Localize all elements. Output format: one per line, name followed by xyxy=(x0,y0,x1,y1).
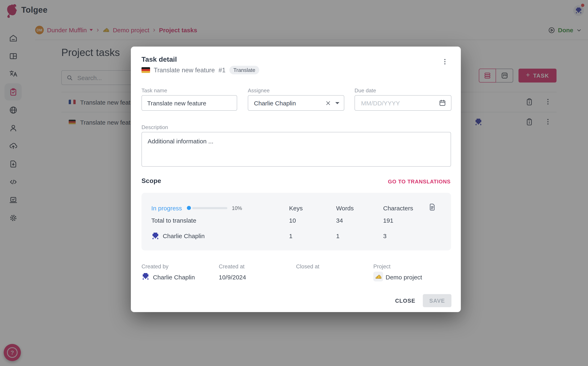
go-to-translations-link[interactable]: GO TO TRANSLATIONS xyxy=(388,178,451,185)
project-label: Project xyxy=(373,263,391,270)
report-document-icon[interactable] xyxy=(428,203,437,212)
task-type-chip: Translate xyxy=(229,66,259,74)
task-detail-modal: Task detail Translate new feature #1 Tra… xyxy=(131,46,461,312)
clear-assignee-icon[interactable] xyxy=(325,99,332,107)
task-name-input[interactable] xyxy=(141,95,237,111)
scope-user-words: 1 xyxy=(336,232,340,239)
due-date-label: Due date xyxy=(354,87,376,93)
due-date-input[interactable] xyxy=(360,99,427,107)
description-textarea[interactable]: Additional information ... xyxy=(141,132,451,167)
column-header-keys: Keys xyxy=(289,205,303,212)
created-by-label: Created by xyxy=(141,263,168,270)
progress-percent: 10% xyxy=(232,206,242,211)
task-number: #1 xyxy=(219,66,226,74)
assignee-value: Charlie Chaplin xyxy=(254,99,325,107)
description-label: Description xyxy=(141,124,168,130)
progress-fill xyxy=(187,206,191,210)
project-value[interactable]: Demo project xyxy=(386,274,422,281)
scope-heading: Scope xyxy=(141,177,161,185)
scope-row-label: Total to translate xyxy=(151,217,196,224)
calendar-icon[interactable] xyxy=(438,99,447,107)
scope-user-keys: 1 xyxy=(289,232,293,239)
assignee-select[interactable]: Charlie Chaplin xyxy=(248,95,344,111)
creator-avatar xyxy=(141,273,150,281)
due-date-field xyxy=(354,95,451,111)
scope-total-characters: 191 xyxy=(383,217,393,224)
task-name-summary: Translate new feature xyxy=(154,66,215,74)
scope-row-label: Charlie Chaplin xyxy=(163,232,205,239)
flag-germany-icon xyxy=(141,67,150,73)
task-summary: Translate new feature #1 Translate xyxy=(141,66,259,74)
created-at-value: 10/9/2024 xyxy=(219,274,246,281)
modal-title: Task detail xyxy=(141,56,177,64)
column-header-characters: Characters xyxy=(383,205,413,212)
select-caret-down-icon[interactable] xyxy=(335,102,339,104)
created-at-label: Created at xyxy=(219,263,244,270)
column-header-words: Words xyxy=(336,205,354,212)
scope-card: In progress 10% Keys Words Characters To… xyxy=(141,193,451,250)
save-button[interactable]: SAVE xyxy=(423,294,451,307)
assignee-avatar xyxy=(151,232,159,240)
modal-menu-icon[interactable] xyxy=(439,56,450,67)
screen: Tolgee xyxy=(0,0,588,366)
scope-total-keys: 10 xyxy=(289,217,296,224)
project-cheese-icon xyxy=(373,272,383,282)
created-by-value: Charlie Chaplin xyxy=(153,274,195,281)
scope-total-words: 34 xyxy=(336,217,343,224)
closed-at-label: Closed at xyxy=(296,263,319,270)
close-button[interactable]: CLOSE xyxy=(390,293,421,308)
assignee-label: Assignee xyxy=(248,87,270,93)
task-name-label: Task name xyxy=(141,87,167,93)
progress-track xyxy=(192,207,227,209)
task-status: In progress xyxy=(151,205,182,212)
scope-user-characters: 3 xyxy=(383,232,387,239)
